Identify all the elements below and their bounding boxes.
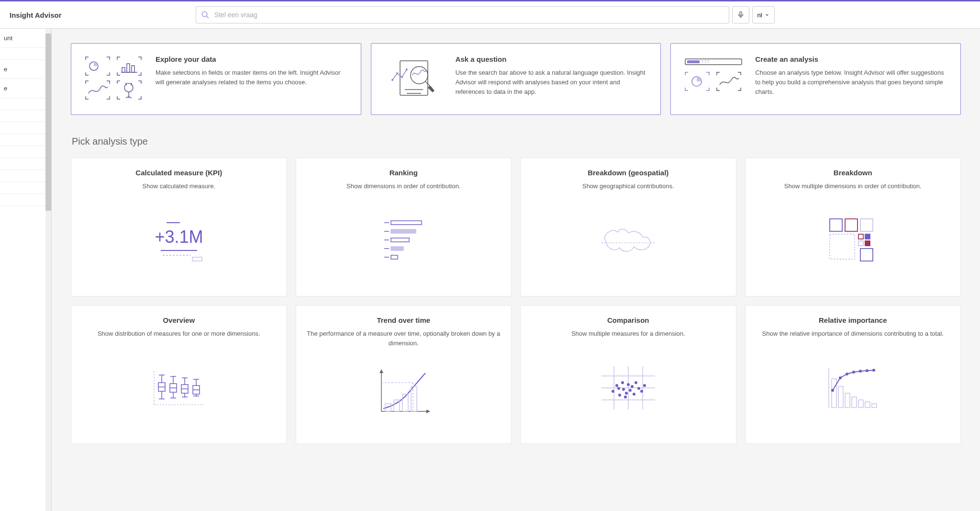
svg-line-11	[126, 83, 126, 85]
svg-point-101	[635, 381, 637, 384]
svg-point-97	[627, 383, 630, 386]
analysis-tile-scatter[interactable]: ComparisonShow multiple measures for a d…	[520, 305, 736, 444]
pareto-icon	[819, 362, 886, 414]
svg-rect-112	[858, 400, 863, 408]
sidebar-item[interactable]	[0, 98, 51, 110]
tile-desc: Show geographical contributions.	[582, 182, 674, 191]
ask-icon	[383, 55, 445, 103]
sidebar: untee	[0, 29, 52, 511]
svg-point-17	[396, 72, 398, 74]
tile-art	[80, 345, 278, 432]
tile-desc: Show multiple measures for a dimension.	[571, 329, 685, 339]
microphone-button[interactable]	[732, 6, 749, 23]
svg-point-105	[624, 396, 627, 398]
svg-rect-109	[838, 386, 843, 408]
svg-rect-113	[865, 402, 870, 408]
svg-point-120	[866, 369, 869, 372]
svg-point-104	[643, 384, 646, 387]
svg-marker-76	[379, 369, 383, 373]
analysis-tile-treemap[interactable]: BreakdownShow multiple dimensions in ord…	[745, 158, 961, 296]
sidebar-item[interactable]	[0, 48, 51, 60]
tile-desc: Show dimensions in order of contribution…	[346, 182, 460, 191]
svg-point-20	[411, 67, 428, 84]
tile-art	[754, 345, 952, 432]
svg-point-116	[839, 376, 842, 379]
sidebar-item[interactable]	[0, 122, 51, 134]
svg-point-121	[872, 369, 875, 372]
svg-rect-44	[830, 219, 842, 231]
sidebar-item[interactable]	[0, 146, 51, 158]
svg-rect-50	[858, 241, 863, 246]
sidebar-item[interactable]	[0, 110, 51, 122]
svg-point-118	[852, 371, 855, 374]
analysis-tile-trend[interactable]: Trend over timeThe performance of a meas…	[296, 305, 512, 444]
sidebar-scrollbar-thumb[interactable]	[45, 34, 51, 211]
svg-point-106	[617, 387, 620, 390]
tile-art: +3.1M	[80, 198, 278, 284]
sidebar-item[interactable]	[0, 158, 51, 170]
tile-title: Trend over time	[377, 316, 430, 324]
tile-desc: Show multiple dimensions in order of con…	[784, 182, 922, 191]
sidebar-item[interactable]	[0, 194, 51, 206]
analysis-tile-ranking[interactable]: RankingShow dimensions in order of contr…	[296, 158, 512, 296]
svg-point-100	[633, 393, 635, 396]
ask-desc: Use the search bar above to ask a natura…	[456, 68, 649, 97]
card-ask-question[interactable]: Ask a question Use the search bar above …	[371, 43, 661, 115]
analysis-tile-kpi[interactable]: Calculated measure (KPI)Show calculated …	[71, 158, 287, 296]
explore-title: Explore your data	[156, 55, 349, 63]
svg-rect-6	[122, 68, 125, 72]
sidebar-item[interactable]	[0, 182, 51, 194]
search-box[interactable]	[196, 6, 729, 23]
svg-rect-48	[858, 234, 863, 239]
svg-rect-49	[865, 234, 870, 239]
svg-point-19	[406, 68, 408, 70]
svg-rect-108	[832, 379, 836, 408]
analysis-tile-pareto[interactable]: Relative importanceShow the relative imp…	[745, 305, 961, 444]
search-input[interactable]	[210, 11, 724, 19]
sidebar-item[interactable]	[0, 134, 51, 146]
analysis-tile-geo[interactable]: Breakdown (geospatial)Show geographical …	[520, 158, 736, 296]
sidebar-item[interactable]	[0, 170, 51, 182]
svg-rect-84	[411, 386, 417, 411]
svg-rect-114	[872, 404, 877, 408]
svg-line-1	[206, 16, 209, 18]
svg-rect-111	[852, 397, 857, 408]
svg-rect-38	[391, 238, 409, 242]
create-desc: Choose an analysis type below. Insight A…	[755, 68, 949, 97]
svg-point-0	[202, 11, 207, 17]
tile-art	[305, 198, 503, 284]
sidebar-item[interactable]: e	[0, 60, 51, 79]
svg-rect-110	[845, 393, 850, 408]
svg-point-102	[637, 387, 640, 390]
svg-text:+3.1M: +3.1M	[155, 227, 203, 247]
tile-art	[754, 198, 952, 284]
language-selector[interactable]: nl	[752, 6, 775, 23]
tile-title: Ranking	[390, 169, 418, 177]
tile-title: Breakdown	[834, 169, 872, 177]
tile-desc: Show the relative importance of dimensio…	[762, 329, 944, 339]
card-create-analysis[interactable]: Create an analysis Choose an analysis ty…	[670, 43, 961, 115]
svg-rect-36	[391, 229, 416, 233]
search-area: nl	[196, 6, 775, 23]
svg-rect-34	[391, 221, 422, 225]
svg-point-117	[846, 373, 848, 375]
main-content: Explore your data Make selections in fie…	[52, 29, 980, 511]
section-title: Pick analysis type	[72, 136, 961, 147]
svg-point-16	[391, 79, 393, 81]
main-layout: untee	[0, 29, 980, 511]
card-explore-data[interactable]: Explore your data Make selections in fie…	[71, 43, 361, 115]
svg-rect-2	[740, 11, 742, 15]
svg-rect-40	[391, 247, 403, 250]
ask-title: Ask a question	[456, 55, 649, 63]
svg-point-9	[124, 83, 133, 92]
app-title: Insight Advisor	[10, 11, 62, 19]
analysis-tile-boxplot[interactable]: OverviewShow distribution of measures fo…	[71, 305, 287, 444]
svg-point-98	[629, 389, 632, 392]
svg-marker-78	[426, 409, 430, 413]
svg-rect-32	[192, 257, 202, 261]
chevron-down-icon	[765, 12, 769, 17]
svg-point-99	[631, 385, 634, 388]
sidebar-item[interactable]: e	[0, 79, 51, 98]
tile-art	[529, 198, 727, 284]
sidebar-item[interactable]: unt	[0, 29, 51, 48]
